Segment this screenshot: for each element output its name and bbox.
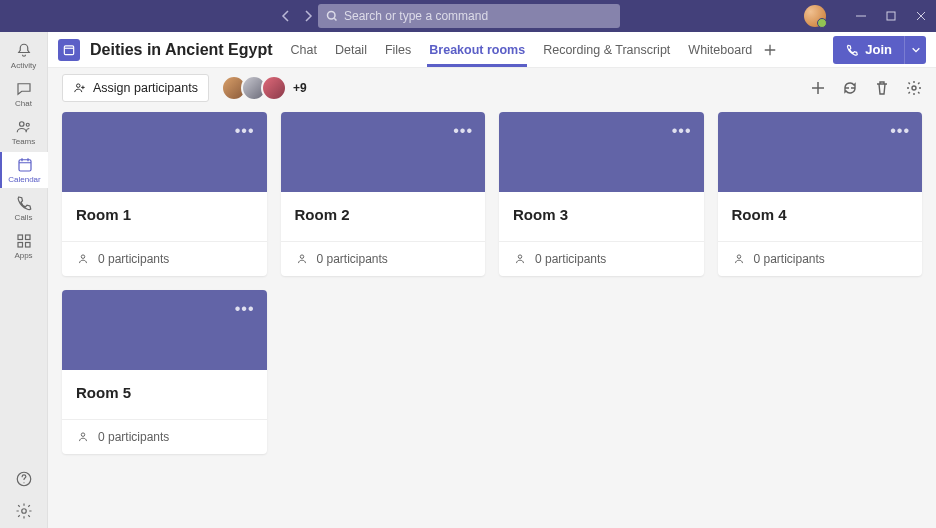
room-card[interactable]: •••Room 30 participants — [499, 112, 704, 276]
room-more-button[interactable]: ••• — [453, 122, 473, 140]
assign-participants-label: Assign participants — [93, 81, 198, 95]
chevron-down-icon — [911, 45, 921, 55]
room-header: ••• — [62, 112, 267, 192]
room-header: ••• — [718, 112, 923, 192]
svg-point-10 — [21, 509, 26, 514]
nav-chat-label: Chat — [15, 99, 32, 108]
svg-rect-8 — [25, 243, 30, 248]
nav-calls-label: Calls — [15, 213, 33, 222]
room-name: Room 2 — [281, 192, 486, 241]
tab-whiteboard[interactable]: Whiteboard — [682, 32, 758, 67]
svg-point-2 — [19, 122, 24, 127]
settings-button[interactable] — [15, 502, 33, 520]
nav-activity-label: Activity — [11, 61, 36, 70]
svg-rect-5 — [18, 235, 23, 240]
join-button[interactable]: Join — [833, 36, 904, 64]
room-header: ••• — [281, 112, 486, 192]
room-participants-label: 0 participants — [98, 252, 169, 266]
rooms-settings-button[interactable] — [906, 80, 922, 96]
tab-files[interactable]: Files — [379, 32, 417, 67]
room-name: Room 3 — [499, 192, 704, 241]
nav-forward-button[interactable] — [302, 10, 314, 22]
participant-icon — [732, 252, 746, 266]
window-maximize-button[interactable] — [876, 0, 906, 32]
add-room-button[interactable] — [810, 80, 826, 96]
join-options-button[interactable] — [904, 36, 926, 64]
svg-point-12 — [77, 84, 81, 88]
search-placeholder: Search or type a command — [344, 9, 488, 23]
room-footer: 0 participants — [499, 241, 704, 276]
room-more-button[interactable]: ••• — [235, 122, 255, 140]
participant-avatars[interactable] — [221, 75, 287, 101]
search-icon — [326, 10, 338, 22]
svg-rect-11 — [64, 45, 73, 54]
nav-apps[interactable]: Apps — [0, 228, 48, 264]
avatar — [261, 75, 287, 101]
app-rail: Activity Chat Teams Calendar Calls Apps — [0, 32, 48, 528]
window-close-button[interactable] — [906, 0, 936, 32]
room-more-button[interactable]: ••• — [235, 300, 255, 318]
svg-rect-4 — [19, 160, 31, 171]
nav-back-button[interactable] — [280, 10, 292, 22]
help-button[interactable] — [15, 470, 33, 488]
tab-chat[interactable]: Chat — [285, 32, 323, 67]
tab-breakout-rooms[interactable]: Breakout rooms — [423, 32, 531, 67]
window-minimize-button[interactable] — [846, 0, 876, 32]
svg-point-3 — [26, 123, 29, 126]
room-header: ••• — [62, 290, 267, 370]
room-participants-label: 0 participants — [317, 252, 388, 266]
current-user-avatar[interactable] — [804, 5, 826, 27]
participant-overflow-count[interactable]: +9 — [293, 81, 307, 95]
room-footer: 0 participants — [718, 241, 923, 276]
meeting-header: Deities in Ancient Egypt Chat Detail Fil… — [48, 32, 936, 68]
phone-icon — [15, 194, 33, 212]
room-card[interactable]: •••Room 10 participants — [62, 112, 267, 276]
room-more-button[interactable]: ••• — [890, 122, 910, 140]
teams-icon — [15, 118, 33, 136]
room-footer: 0 participants — [62, 241, 267, 276]
room-more-button[interactable]: ••• — [672, 122, 692, 140]
nav-activity[interactable]: Activity — [0, 38, 48, 74]
assign-participants-button[interactable]: Assign participants — [62, 74, 209, 102]
room-name: Room 1 — [62, 192, 267, 241]
title-bar: Search or type a command — [0, 0, 936, 32]
search-input[interactable]: Search or type a command — [318, 4, 620, 28]
recreate-rooms-button[interactable] — [842, 80, 858, 96]
participant-icon — [295, 252, 309, 266]
tab-detail[interactable]: Detail — [329, 32, 373, 67]
svg-rect-7 — [18, 243, 23, 248]
room-participants-label: 0 participants — [535, 252, 606, 266]
nav-calls[interactable]: Calls — [0, 190, 48, 226]
meeting-title: Deities in Ancient Egypt — [90, 41, 273, 59]
meeting-icon — [58, 39, 80, 61]
nav-calendar[interactable]: Calendar — [0, 152, 48, 188]
svg-point-13 — [912, 86, 916, 90]
room-card[interactable]: •••Room 40 participants — [718, 112, 923, 276]
nav-calendar-label: Calendar — [8, 175, 40, 184]
add-tab-button[interactable] — [758, 43, 782, 57]
room-footer: 0 participants — [281, 241, 486, 276]
nav-teams[interactable]: Teams — [0, 114, 48, 150]
nav-teams-label: Teams — [12, 137, 36, 146]
bell-icon — [15, 42, 33, 60]
rooms-grid: •••Room 10 participants•••Room 20 partic… — [62, 112, 922, 454]
delete-rooms-button[interactable] — [874, 80, 890, 96]
participant-icon — [76, 430, 90, 444]
room-card[interactable]: •••Room 20 participants — [281, 112, 486, 276]
chat-icon — [15, 80, 33, 98]
nav-apps-label: Apps — [14, 251, 32, 260]
nav-chat[interactable]: Chat — [0, 76, 48, 112]
svg-point-18 — [81, 433, 85, 437]
breakout-toolbar: Assign participants +9 — [48, 68, 936, 108]
room-card[interactable]: •••Room 50 participants — [62, 290, 267, 454]
room-header: ••• — [499, 112, 704, 192]
room-name: Room 4 — [718, 192, 923, 241]
room-name: Room 5 — [62, 370, 267, 419]
people-icon — [73, 81, 87, 95]
meeting-tabs: Chat Detail Files Breakout rooms Recordi… — [285, 32, 783, 67]
room-participants-label: 0 participants — [754, 252, 825, 266]
join-button-label: Join — [865, 42, 892, 57]
tab-recording-transcript[interactable]: Recording & Transcript — [537, 32, 676, 67]
participant-icon — [513, 252, 527, 266]
svg-point-14 — [81, 255, 85, 258]
